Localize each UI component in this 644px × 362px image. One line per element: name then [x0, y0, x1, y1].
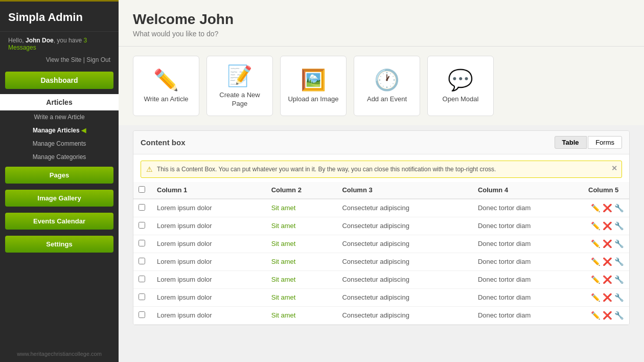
- table-row: Lorem ipsum dolor Sit amet Consectetur a…: [133, 217, 629, 235]
- cell-col2-2[interactable]: Sit amet: [266, 235, 337, 253]
- table-row: Lorem ipsum dolor Sit amet Consectetur a…: [133, 199, 629, 217]
- settings-icon-2[interactable]: 🔧: [614, 239, 624, 248]
- delete-icon-5[interactable]: ❌: [603, 293, 612, 302]
- settings-icon-4[interactable]: 🔧: [614, 275, 624, 284]
- dashboard-button[interactable]: Dashboard: [5, 72, 113, 89]
- write-article-label: Write an Article: [144, 95, 188, 104]
- tab-group: Table Forms: [555, 136, 622, 149]
- edit-icon-6[interactable]: ✏️: [591, 311, 601, 320]
- sidebar-user-info: Hello, John Doe, you have 3 Messages: [0, 32, 119, 54]
- action-upload-image[interactable]: 🖼️ Upload an Image: [280, 56, 347, 116]
- row-checkbox-4[interactable]: [139, 276, 145, 282]
- delete-icon-2[interactable]: ❌: [603, 239, 612, 248]
- cell-actions-5: ✏️ ❌ 🔧: [583, 288, 629, 306]
- cell-col2-0[interactable]: Sit amet: [266, 199, 337, 217]
- row-checkbox-cell: [133, 270, 152, 288]
- main-content: Welcome John What would you like to do? …: [119, 0, 644, 362]
- cell-col4-0: Donec tortor diam: [473, 199, 583, 217]
- cell-col1-1: Lorem ipsum dolor: [152, 217, 266, 235]
- cell-col4-3: Donec tortor diam: [473, 253, 583, 270]
- sidebar-item-manage-categories[interactable]: Manage Categories: [0, 150, 119, 164]
- cell-actions-2: ✏️ ❌ 🔧: [583, 235, 629, 253]
- tab-table[interactable]: Table: [555, 136, 587, 149]
- action-write-article[interactable]: ✏️ Write an Article: [133, 56, 199, 116]
- cell-col3-4: Consectetur adipiscing: [337, 270, 472, 288]
- edit-icon-3[interactable]: ✏️: [591, 257, 601, 266]
- sidebar-item-write-article[interactable]: Write a new Article: [0, 110, 119, 124]
- cell-col1-4: Lorem ipsum dolor: [152, 270, 266, 288]
- table-body: Lorem ipsum dolor Sit amet Consectetur a…: [133, 199, 629, 325]
- settings-icon-0[interactable]: 🔧: [614, 203, 624, 213]
- table-header-row: Column 1 Column 2 Column 3 Column 4 Colu…: [133, 182, 629, 199]
- delete-icon-1[interactable]: ❌: [603, 221, 612, 231]
- row-checkbox-cell: [133, 217, 152, 235]
- row-checkbox-1[interactable]: [139, 222, 145, 229]
- cell-col2-3[interactable]: Sit amet: [266, 253, 337, 270]
- articles-section-title: Articles: [0, 94, 119, 110]
- cell-actions-4: ✏️ ❌ 🔧: [583, 270, 629, 288]
- table-row: Lorem ipsum dolor Sit amet Consectetur a…: [133, 270, 629, 288]
- settings-icon-3[interactable]: 🔧: [614, 257, 624, 266]
- delete-icon-3[interactable]: ❌: [603, 257, 612, 266]
- edit-icon-2[interactable]: ✏️: [591, 239, 601, 248]
- header-col4: Column 4: [473, 182, 583, 199]
- cell-col2-5[interactable]: Sit amet: [266, 288, 337, 306]
- view-site-link[interactable]: View the Site: [46, 56, 82, 63]
- row-checkbox-3[interactable]: [139, 258, 145, 264]
- sidebar-item-manage-comments[interactable]: Manage Comments: [0, 137, 119, 150]
- close-notification-button[interactable]: ✕: [611, 164, 617, 172]
- edit-icon-5[interactable]: ✏️: [591, 293, 601, 302]
- settings-icon-1[interactable]: 🔧: [614, 221, 624, 231]
- modal-icon: 💬: [448, 70, 473, 90]
- row-checkbox-5[interactable]: [139, 293, 145, 300]
- delete-icon-6[interactable]: ❌: [603, 311, 612, 320]
- tab-forms[interactable]: Forms: [588, 136, 622, 149]
- page-icon: 📝: [227, 65, 252, 86]
- settings-icon-6[interactable]: 🔧: [614, 311, 624, 320]
- upload-image-label: Upload an Image: [288, 95, 338, 104]
- cell-col2-1[interactable]: Sit amet: [266, 217, 337, 235]
- row-checkbox-2[interactable]: [139, 240, 145, 246]
- cell-col4-2: Donec tortor diam: [473, 235, 583, 253]
- cell-actions-1: ✏️ ❌ 🔧: [583, 217, 629, 235]
- row-checkbox-cell: [133, 235, 152, 253]
- table-row: Lorem ipsum dolor Sit amet Consectetur a…: [133, 288, 629, 306]
- action-create-page[interactable]: 📝 Create a New Page: [206, 56, 273, 116]
- sidebar-item-manage-articles[interactable]: Manage Articles: [0, 124, 119, 137]
- header-col3: Column 3: [337, 182, 472, 199]
- settings-button[interactable]: Settings: [5, 236, 113, 253]
- pages-button[interactable]: Pages: [5, 167, 113, 184]
- sidebar: Simpla Admin Hello, John Doe, you have 3…: [0, 0, 119, 362]
- delete-icon-4[interactable]: ❌: [603, 275, 612, 284]
- row-checkbox-0[interactable]: [139, 204, 145, 211]
- edit-icon-0[interactable]: ✏️: [591, 203, 601, 213]
- table-row: Lorem ipsum dolor Sit amet Consectetur a…: [133, 306, 629, 324]
- edit-icon-1[interactable]: ✏️: [591, 221, 601, 231]
- action-open-modal[interactable]: 💬 Open Modal: [427, 56, 494, 116]
- row-checkbox-cell: [133, 288, 152, 306]
- cell-col2-4[interactable]: Sit amet: [266, 270, 337, 288]
- cell-col3-0: Consectetur adipiscing: [337, 199, 472, 217]
- cell-col1-5: Lorem ipsum dolor: [152, 288, 266, 306]
- cell-col3-5: Consectetur adipiscing: [337, 288, 472, 306]
- events-calendar-button[interactable]: Events Calendar: [5, 213, 113, 230]
- cell-col2-6[interactable]: Sit amet: [266, 306, 337, 324]
- action-add-event[interactable]: 🕐 Add an Event: [354, 56, 420, 116]
- table-row: Lorem ipsum dolor Sit amet Consectetur a…: [133, 253, 629, 270]
- header-col2: Column 2: [266, 182, 337, 199]
- cell-col1-3: Lorem ipsum dolor: [152, 253, 266, 270]
- cell-col4-1: Donec tortor diam: [473, 217, 583, 235]
- image-gallery-button[interactable]: Image Gallery: [5, 190, 113, 207]
- cell-col1-6: Lorem ipsum dolor: [152, 306, 266, 324]
- hello-text: Hello,: [8, 37, 26, 44]
- edit-icon-4[interactable]: ✏️: [591, 275, 601, 284]
- header-col5: Column 5: [583, 182, 629, 199]
- settings-icon-5[interactable]: 🔧: [614, 293, 624, 302]
- add-event-label: Add an Event: [367, 95, 407, 104]
- delete-icon-0[interactable]: ❌: [603, 203, 612, 213]
- sign-out-link[interactable]: Sign Out: [86, 56, 110, 63]
- pencil-icon: ✏️: [153, 70, 179, 90]
- content-box: Content box Table Forms ⚠ This is a Cont…: [133, 130, 630, 325]
- row-checkbox-6[interactable]: [139, 311, 145, 318]
- select-all-checkbox[interactable]: [139, 186, 145, 193]
